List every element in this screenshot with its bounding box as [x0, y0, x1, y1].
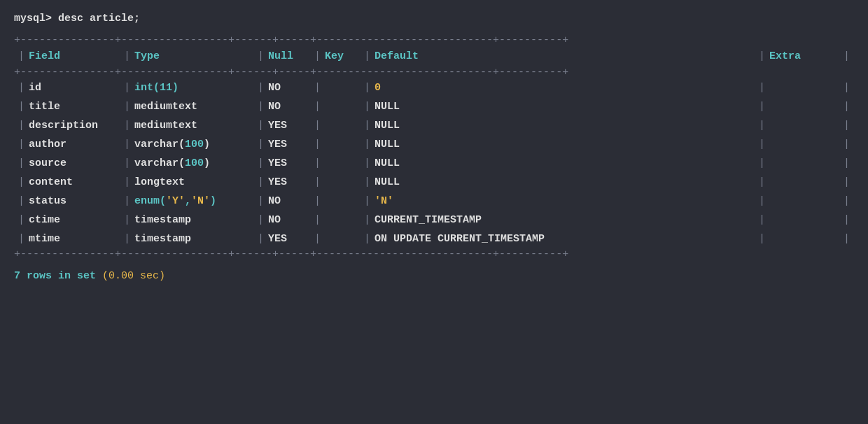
pipe: |	[755, 101, 769, 113]
pipe: |	[839, 157, 854, 169]
pipe: |	[839, 82, 854, 94]
cell-type: timestamp	[134, 214, 253, 226]
pipe: |	[839, 101, 854, 113]
pipe: |	[360, 176, 374, 188]
pipe: |	[310, 214, 325, 226]
pipe: |	[839, 176, 854, 188]
cell-default: 'N'	[374, 195, 755, 207]
pipe: |	[360, 120, 374, 132]
pipe: |	[253, 50, 268, 62]
pipe: |	[310, 195, 325, 207]
cell-default: 0	[374, 82, 755, 94]
cell-field: author	[29, 139, 120, 150]
cell-null: NO	[268, 82, 310, 94]
header-field: Field	[29, 50, 120, 62]
pipe: |	[14, 139, 29, 150]
pipe: |	[839, 50, 854, 62]
pipe: |	[14, 82, 29, 94]
pipe: |	[755, 195, 769, 207]
pipe: |	[360, 233, 374, 245]
pipe: |	[755, 157, 769, 169]
cell-default: NULL	[374, 176, 755, 188]
pipe: |	[14, 176, 29, 188]
pipe: |	[755, 120, 769, 132]
header-extra: Extra	[769, 50, 839, 62]
table-row: | status | enum('Y','N') | NO | | 'N' | …	[14, 192, 854, 211]
cell-type: int(11)	[134, 82, 253, 94]
cell-field: status	[29, 195, 120, 207]
cell-null: YES	[268, 139, 310, 150]
pipe: |	[120, 214, 134, 226]
table-row: | title | mediumtext | NO | | NULL | |	[14, 97, 854, 116]
pipe: |	[253, 214, 268, 226]
cell-field: content	[29, 176, 120, 188]
data-rows: | id | int(11) | NO | | 0 | | | title | …	[14, 78, 854, 248]
pipe: |	[755, 139, 769, 150]
cell-default: NULL	[374, 139, 755, 150]
cell-null: YES	[268, 120, 310, 132]
pipe: |	[360, 195, 374, 207]
pipe: |	[310, 120, 325, 132]
pipe: |	[839, 233, 854, 245]
pipe: |	[310, 50, 325, 62]
header-default: Default	[374, 50, 755, 62]
cell-field: mtime	[29, 233, 120, 245]
cell-type: mediumtext	[134, 120, 253, 132]
cell-field: source	[29, 157, 120, 169]
pipe: |	[120, 157, 134, 169]
pipe: |	[14, 120, 29, 132]
table-row: | author | varchar(100) | YES | | NULL |…	[14, 135, 854, 154]
pipe: |	[120, 233, 134, 245]
pipe: |	[14, 50, 29, 62]
pipe: |	[310, 157, 325, 169]
pipe: |	[120, 195, 134, 207]
cell-field: id	[29, 82, 120, 94]
pipe: |	[120, 50, 134, 62]
cell-null: YES	[268, 176, 310, 188]
footer-paren: (0.00 sec)	[102, 270, 165, 282]
cell-null: YES	[268, 233, 310, 245]
pipe: |	[253, 139, 268, 150]
pipe: |	[839, 120, 854, 132]
header-key: Key	[325, 50, 360, 62]
pipe: |	[310, 82, 325, 94]
cell-field: description	[29, 120, 120, 132]
pipe: |	[14, 214, 29, 226]
table-row: | ctime | timestamp | NO | | CURRENT_TIM…	[14, 211, 854, 229]
table-row: | id | int(11) | NO | | 0 | |	[14, 78, 854, 97]
pipe: |	[755, 214, 769, 226]
cell-default: NULL	[374, 101, 755, 113]
table-row: | source | varchar(100) | YES | | NULL |…	[14, 154, 854, 173]
cell-type: timestamp	[134, 233, 253, 245]
cell-default: CURRENT_TIMESTAMP	[374, 214, 755, 226]
pipe: |	[360, 82, 374, 94]
pipe: |	[120, 176, 134, 188]
cell-default: NULL	[374, 120, 755, 132]
pipe: |	[310, 101, 325, 113]
pipe: |	[14, 101, 29, 113]
pipe: |	[360, 101, 374, 113]
cell-null: YES	[268, 157, 310, 169]
cell-type: varchar(100)	[134, 157, 253, 169]
pipe: |	[360, 50, 374, 62]
pipe: |	[839, 214, 854, 226]
cell-default: ON UPDATE CURRENT_TIMESTAMP	[374, 233, 755, 245]
pipe: |	[253, 195, 268, 207]
pipe: |	[839, 139, 854, 150]
divider-mid: +---------------+-----------------+-----…	[14, 66, 854, 78]
table-row: | mtime | timestamp | YES | | ON UPDATE …	[14, 229, 854, 248]
cell-type: varchar(100)	[134, 139, 253, 150]
header-type: Type	[134, 50, 253, 62]
pipe: |	[310, 233, 325, 245]
pipe: |	[360, 139, 374, 150]
pipe: |	[253, 233, 268, 245]
header-null: Null	[268, 50, 310, 62]
pipe: |	[253, 120, 268, 132]
pipe: |	[839, 195, 854, 207]
footer: 7 rows in set (0.00 sec)	[14, 270, 854, 282]
header-row: | Field | Type | Null | Key | Default | …	[14, 46, 854, 66]
pipe: |	[120, 82, 134, 94]
command-line: mysql> desc article;	[14, 13, 854, 24]
pipe: |	[14, 195, 29, 207]
table-row: | description | mediumtext | YES | | NUL…	[14, 116, 854, 135]
